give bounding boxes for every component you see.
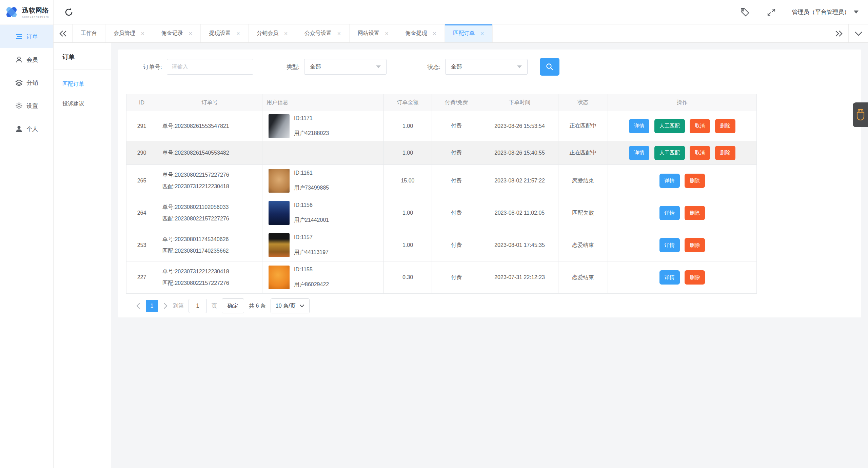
refresh-icon[interactable] — [63, 6, 75, 18]
confirm-page-button[interactable]: 确定 — [222, 298, 244, 313]
delete-button[interactable]: 删除 — [685, 206, 705, 220]
collapse-tabs-button[interactable] — [54, 24, 73, 42]
detail-button[interactable]: 详情 — [629, 119, 649, 133]
cell-actions: 详情 删除 — [608, 197, 757, 229]
sidebar-item-profile[interactable]: 个人 — [0, 117, 53, 140]
close-icon[interactable]: ✕ — [432, 31, 436, 36]
current-page-button[interactable]: 1 — [146, 300, 158, 312]
col-user-info: 用户信息 — [262, 94, 384, 111]
delete-button[interactable]: 删除 — [715, 146, 735, 160]
prev-page-button[interactable] — [136, 303, 141, 309]
detail-button[interactable]: 详情 — [659, 206, 680, 220]
sidebar-item-members[interactable]: 会员 — [0, 48, 53, 71]
col-pay-type: 付费/免费 — [432, 94, 481, 111]
col-amount: 订单金额 — [384, 94, 432, 111]
submenu-item-complaints[interactable]: 投诉建议 — [54, 94, 111, 114]
sidebar-item-label: 个人 — [26, 125, 38, 133]
filter-bar: 订单号: 类型: 全部 状态: 全部 — [143, 59, 861, 75]
tab-label: 佣金记录 — [161, 30, 183, 37]
cell-pay-type: 付费 — [432, 165, 481, 197]
delete-button[interactable]: 删除 — [715, 119, 735, 133]
col-id: ID — [126, 94, 157, 111]
fullscreen-icon[interactable] — [766, 6, 777, 18]
cell-order-no: 单号:202307312212230418 匹配:202308022157227… — [157, 261, 262, 294]
user-avatar — [269, 201, 290, 225]
close-icon[interactable]: ✕ — [236, 31, 240, 36]
admin-menu[interactable]: 管理员（平台管理员） — [792, 8, 859, 16]
sidebar-item-orders[interactable]: 订单 — [0, 25, 53, 48]
delete-button[interactable]: 删除 — [685, 174, 705, 188]
user-id: ID:1171 — [294, 115, 329, 121]
page-size-select[interactable]: 10 条/页 — [271, 298, 310, 313]
detail-button[interactable]: 详情 — [659, 174, 680, 188]
tab-commission-withdraw[interactable]: 佣金提现✕ — [397, 24, 445, 42]
order-no-input[interactable] — [167, 59, 253, 75]
user-avatar — [269, 266, 290, 289]
table-row: 290 单号:202308261540553482 1.00 付费 2023-0… — [126, 141, 757, 165]
status-select[interactable]: 全部 — [445, 59, 528, 75]
close-icon[interactable]: ✕ — [284, 31, 288, 36]
sidebar-item-distribution[interactable]: 分销 — [0, 71, 53, 94]
next-page-button[interactable] — [163, 303, 168, 309]
search-button[interactable] — [540, 58, 559, 76]
goto-page-input[interactable] — [189, 299, 207, 313]
sidebar-item-settings[interactable]: 设置 — [0, 94, 53, 117]
chevrons-right-icon — [834, 30, 843, 37]
type-select[interactable]: 全部 — [304, 59, 387, 75]
close-icon[interactable]: ✕ — [189, 31, 193, 36]
type-select-value: 全部 — [310, 63, 321, 71]
tab-website-settings[interactable]: 网站设置✕ — [350, 24, 397, 42]
submenu-item-match-orders[interactable]: 匹配订单 — [54, 74, 111, 94]
more-tabs-button[interactable] — [829, 24, 848, 42]
cell-amount: 1.00 — [384, 111, 432, 141]
tab-label: 分销会员 — [257, 30, 278, 37]
tab-commission-records[interactable]: 佣金记录✕ — [153, 24, 201, 42]
manual-match-button[interactable]: 人工匹配 — [654, 146, 685, 160]
user-id: ID:1155 — [294, 267, 329, 273]
caret-down-icon — [376, 65, 381, 68]
close-icon[interactable]: ✕ — [337, 31, 341, 36]
delete-button[interactable]: 删除 — [685, 238, 705, 252]
table-row: 265 单号:202308022157227276 匹配:20230731221… — [126, 165, 757, 197]
user-avatar — [269, 114, 290, 138]
tab-actions-button[interactable] — [848, 24, 868, 42]
user-id: ID:1161 — [294, 170, 329, 176]
tab-distribution-members[interactable]: 分销会员✕ — [249, 24, 296, 42]
type-label: 类型: — [287, 63, 300, 71]
cell-user-info: ID:1157 用户44113197 — [262, 229, 384, 261]
submenu-title: 订单 — [54, 43, 111, 61]
user-avatar — [269, 233, 290, 257]
sidebar-item-label: 设置 — [26, 102, 38, 110]
close-icon[interactable]: ✕ — [141, 31, 145, 36]
cancel-button[interactable]: 取消 — [690, 146, 710, 160]
manual-match-button[interactable]: 人工匹配 — [654, 119, 685, 133]
tab-label: 工作台 — [81, 30, 97, 37]
tabbar-spacer — [493, 24, 829, 42]
detail-button[interactable]: 详情 — [629, 146, 649, 160]
cancel-button[interactable]: 取消 — [690, 119, 710, 133]
close-icon[interactable]: ✕ — [385, 31, 389, 36]
tag-icon[interactable] — [739, 6, 751, 18]
tab-workbench[interactable]: 工作台 — [73, 24, 105, 42]
sidebar-item-label: 分销 — [26, 79, 38, 87]
tab-member-management[interactable]: 会员管理✕ — [105, 24, 153, 42]
detail-button[interactable]: 详情 — [659, 238, 680, 252]
cell-actions: 详情 人工匹配 取消 删除 — [608, 111, 757, 141]
cell-id: 290 — [126, 141, 157, 165]
tab-match-orders[interactable]: 匹配订单✕ — [445, 24, 493, 42]
usb-key-icon — [856, 109, 865, 121]
user-name: 用户73499885 — [294, 184, 329, 192]
brand-logo: 迅软网络 XunruanNetwork — [0, 0, 54, 24]
main-sidebar: 订单 会员 分销 设置 个人 — [0, 24, 54, 468]
profile-icon — [15, 125, 23, 133]
cell-id: 253 — [126, 229, 157, 261]
close-icon[interactable]: ✕ — [480, 31, 484, 36]
table-header-row: ID 订单号 用户信息 订单金额 付费/免费 下单时间 状态 操作 — [126, 94, 757, 111]
tab-withdraw-settings[interactable]: 提现设置✕ — [201, 24, 249, 42]
delete-button[interactable]: 删除 — [685, 270, 705, 285]
tab-official-account-settings[interactable]: 公众号设置✕ — [296, 24, 350, 42]
detail-button[interactable]: 详情 — [659, 270, 680, 285]
col-actions: 操作 — [608, 94, 757, 111]
usb-key-widget[interactable] — [853, 102, 868, 127]
cell-order-no: 单号:202308021102056033 匹配:202308022157227… — [157, 197, 262, 229]
